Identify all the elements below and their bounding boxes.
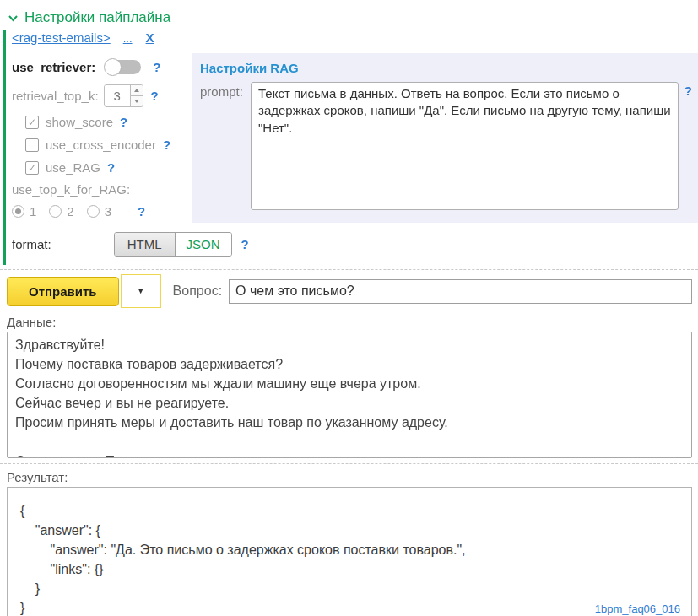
use-retriever-row: use_retriever: ? — [12, 53, 192, 80]
pipeline-group-header[interactable]: Настройки пайплайна — [0, 0, 698, 30]
prompt-row: prompt: Текст письма в данных. Ответь на… — [200, 82, 692, 210]
use-cross-encoder-label: use_cross_encoder — [46, 138, 156, 152]
retrieval-top-k-label: retrieval_top_k: — [12, 89, 99, 103]
controls-column: use_retriever: ? retrieval_top_k: — [12, 53, 192, 223]
result-label: Результат: — [7, 470, 698, 484]
retrieval-top-k-stepper[interactable] — [104, 84, 143, 107]
data-textarea[interactable]: Здравствуйте! Почему поставка товаров за… — [7, 332, 692, 458]
dataset-clear-button[interactable]: X — [146, 30, 154, 45]
use-retriever-label: use_retriever: — [12, 60, 95, 74]
show-score-label: show_score — [46, 115, 113, 129]
format-toggle-group: HTML JSON — [114, 232, 232, 257]
send-menu-button[interactable]: ▼ — [121, 274, 161, 308]
send-button[interactable]: Отправить — [7, 277, 119, 306]
format-row: format: HTML JSON ? — [12, 230, 698, 258]
divider — [0, 463, 698, 464]
pipeline-settings-page: Настройки пайплайна <rag-test-emails> ..… — [0, 0, 698, 616]
question-input[interactable] — [229, 279, 692, 304]
help-icon[interactable]: ? — [163, 138, 170, 152]
format-option-json[interactable]: JSON — [175, 233, 231, 256]
radio-option-2[interactable] — [49, 205, 62, 218]
divider — [0, 269, 698, 270]
dropdown-arrow-icon: ▼ — [137, 287, 144, 295]
radio-label-1: 1 — [30, 204, 36, 219]
format-option-html[interactable]: HTML — [115, 233, 175, 256]
use-top-k-for-rag-label: use_top_k_for_RAG: — [12, 182, 130, 197]
use-rag-row: ✓ use_RAG ? — [12, 156, 192, 179]
radio-option-3[interactable] — [87, 205, 100, 218]
record-id: 1bpm_faq06_016 — [595, 602, 680, 615]
pipeline-group-body: <rag-test-emails> ... X use_retriever: ?… — [3, 30, 698, 265]
radio-label-3: 3 — [105, 204, 111, 219]
dataset-row: <rag-test-emails> ... X — [12, 30, 698, 51]
help-icon[interactable]: ? — [107, 160, 115, 175]
stepper-down-icon[interactable] — [131, 95, 143, 106]
format-label: format: — [12, 237, 51, 251]
help-icon[interactable]: ? — [684, 82, 692, 98]
help-icon[interactable]: ? — [241, 237, 249, 251]
stepper-buttons — [130, 85, 143, 106]
rag-panel-title: Настройки RAG — [200, 61, 692, 75]
radio-label-2: 2 — [67, 204, 73, 219]
help-icon[interactable]: ? — [138, 204, 145, 219]
result-box: { "answer": { "answer": "Да. Это письмо … — [7, 487, 692, 616]
prompt-label: prompt: — [200, 82, 251, 99]
command-bar: Отправить ▼ Вопрос: — [7, 273, 692, 309]
use-top-k-for-rag-row: use_top_k_for_RAG: — [12, 179, 192, 200]
radio-option-1[interactable] — [12, 205, 24, 218]
stepper-up-icon[interactable] — [131, 85, 143, 95]
prompt-textarea[interactable]: Текст письма в данных. Ответь на вопрос.… — [251, 82, 679, 210]
use-retriever-toggle[interactable] — [104, 58, 141, 76]
data-label: Данные: — [7, 315, 698, 329]
show-score-checkbox[interactable]: ✓ — [25, 116, 39, 129]
help-icon[interactable]: ? — [120, 115, 127, 129]
question-label: Вопрос: — [173, 284, 222, 299]
check-icon: ✓ — [28, 116, 36, 128]
use-rag-label: use_RAG — [46, 160, 100, 175]
chevron-down-icon[interactable] — [8, 13, 19, 24]
check-icon: ✓ — [28, 162, 36, 174]
use-cross-encoder-checkbox[interactable] — [25, 138, 39, 152]
dataset-choose-button[interactable]: ... — [123, 32, 133, 45]
help-icon[interactable]: ? — [153, 60, 160, 74]
use-rag-checkbox[interactable]: ✓ — [25, 161, 39, 175]
page-title: Настройки пайплайна — [24, 9, 170, 26]
top-k-radio-group: 1 2 3 ? — [12, 200, 192, 223]
help-icon[interactable]: ? — [151, 89, 159, 103]
show-score-row: ✓ show_score ? — [12, 111, 192, 133]
use-cross-encoder-row: use_cross_encoder ? — [12, 133, 192, 156]
retrieval-top-k-input[interactable] — [105, 85, 130, 106]
result-json: { "answer": { "answer": "Да. Это письмо … — [8, 488, 691, 616]
toggle-knob — [104, 58, 122, 76]
retrieval-top-k-row: retrieval_top_k: ? — [12, 80, 192, 111]
rag-settings-panel: Настройки RAG prompt: Текст письма в дан… — [192, 53, 698, 223]
dataset-link[interactable]: <rag-test-emails> — [12, 30, 111, 45]
